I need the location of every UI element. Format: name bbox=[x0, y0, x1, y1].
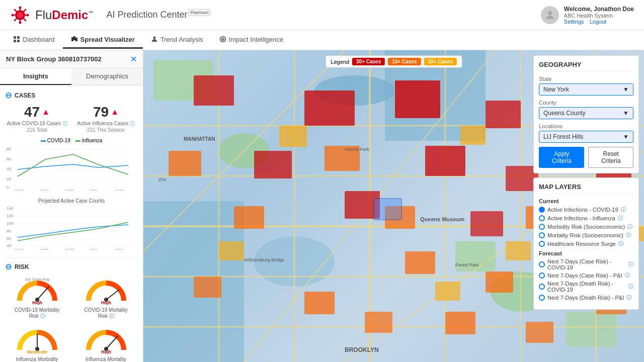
svg-rect-79 bbox=[566, 312, 616, 347]
nav-tab-dashboard[interactable]: Dashboard bbox=[5, 32, 63, 49]
svg-text:Astoria Park: Astoria Park bbox=[345, 147, 370, 152]
app-title: AI Prediction CenterPremium bbox=[106, 10, 210, 20]
map-layers-title: MAP LAYERS bbox=[539, 183, 633, 194]
tab-bar: Insights Demographics bbox=[0, 68, 143, 85]
info-icon-forecast-death-pi: ⓘ bbox=[626, 294, 631, 301]
user-org: ABC Health System bbox=[564, 13, 634, 19]
svg-text:12/11: 12/11 bbox=[115, 248, 124, 250]
panel-header: NY Block Group 360810737002 ✕ bbox=[0, 50, 143, 68]
tab-demographics[interactable]: Demographics bbox=[71, 68, 143, 85]
svg-text:Queens Museum: Queens Museum bbox=[420, 216, 464, 222]
settings-link[interactable]: Settings bbox=[564, 19, 584, 25]
svg-rect-18 bbox=[17, 40, 20, 42]
locations-chevron-icon: ▼ bbox=[623, 133, 629, 140]
gauge-svg-influenza-morbidity: Moderate bbox=[15, 325, 60, 354]
state-label: State bbox=[539, 76, 633, 82]
premium-badge: Premium bbox=[188, 9, 210, 16]
svg-text:80: 80 bbox=[7, 229, 11, 233]
influenza-legend: Influenza bbox=[75, 138, 103, 143]
svg-text:40: 40 bbox=[7, 167, 11, 171]
layer-covid-active[interactable]: Active Infections - COVID-19 ⓘ bbox=[539, 206, 633, 213]
influenza-mortality-label: Influenza MortalityRisk ⓘ bbox=[74, 356, 138, 362]
logout-link[interactable]: Logout bbox=[590, 19, 607, 25]
projected-cases-chart: Projected Active Case Counts 140 120 100… bbox=[5, 198, 138, 251]
layer-forecast-case-pi[interactable]: Next 7-Days (Case Risk) - P&I ⓘ bbox=[539, 272, 633, 279]
influenza-mortality-gauge: High Influenza MortalityRisk ⓘ bbox=[74, 325, 138, 362]
county-chevron-icon: ▼ bbox=[623, 110, 629, 117]
forecast-layers-section: Forecast Next 7-Days (Case Risk) - COVID… bbox=[539, 250, 633, 301]
geography-buttons: Apply Criteria Reset Criteria bbox=[539, 147, 633, 168]
active-cases-chart: COVID-19 Influenza 80 60 40 20 0 bbox=[5, 138, 138, 192]
svg-text:10/16: 10/16 bbox=[14, 189, 24, 191]
svg-rect-115 bbox=[304, 292, 335, 314]
svg-rect-104 bbox=[470, 211, 503, 236]
nav-tab-trend-analysis[interactable]: Trend Analysis bbox=[143, 32, 211, 49]
svg-point-14 bbox=[548, 11, 552, 15]
target-icon bbox=[219, 36, 226, 43]
state-select[interactable]: New York ▼ bbox=[539, 83, 633, 96]
svg-point-25 bbox=[222, 39, 223, 40]
divider bbox=[5, 257, 138, 258]
flu-logo-icon bbox=[10, 5, 30, 25]
svg-text:10/30: 10/30 bbox=[64, 189, 74, 191]
logo-text: FluDemic™ bbox=[35, 8, 93, 22]
svg-rect-124 bbox=[435, 282, 460, 301]
covid-morbidity-label: COVID-19 MorbidityRisk ⓘ bbox=[5, 307, 69, 320]
chart-legend: COVID-19 Influenza bbox=[5, 138, 138, 143]
tab-insights[interactable]: Insights bbox=[0, 68, 71, 85]
radio-influenza-active bbox=[539, 215, 545, 221]
svg-rect-94 bbox=[194, 75, 234, 106]
line-chart-2: 140 120 100 80 60 40 11/13 bbox=[5, 205, 133, 250]
svg-rect-107 bbox=[234, 206, 264, 229]
influenza-morbidity-gauge: Moderate Influenza MorbidityRisk ⓘ bbox=[5, 325, 69, 362]
info-icon-covid-active: ⓘ bbox=[621, 206, 626, 213]
map-area[interactable]: MANHATTAN BROOKLYN Queens Museum Astoria… bbox=[143, 50, 644, 362]
reset-criteria-button[interactable]: Reset Criteria bbox=[588, 147, 633, 168]
svg-text:140: 140 bbox=[7, 206, 14, 211]
svg-text:11/6: 11/6 bbox=[90, 189, 97, 191]
county-select[interactable]: Queens County ▼ bbox=[539, 107, 633, 119]
header: FluDemic™ AI Prediction CenterPremium We… bbox=[0, 0, 644, 30]
svg-text:60: 60 bbox=[7, 157, 11, 161]
svg-rect-118 bbox=[526, 322, 553, 343]
svg-text:11/27: 11/27 bbox=[64, 248, 74, 250]
legend-badge-30: 30+ Cases bbox=[352, 58, 385, 65]
svg-line-6 bbox=[15, 10, 17, 12]
svg-rect-17 bbox=[14, 40, 16, 42]
logo-area: FluDemic™ AI Prediction CenterPremium bbox=[10, 5, 210, 25]
info-icon-morbidity-risk: ⓘ bbox=[627, 223, 632, 230]
layer-forecast-death-pi[interactable]: Next 7-Days (Death Risk) - P&I ⓘ bbox=[539, 294, 633, 301]
covid-mortality-label: COVID-19 MortalityRisk ⓘ bbox=[74, 307, 138, 320]
layer-morbidity-risk[interactable]: Morbidity Risk (Socioeconomic) ⓘ bbox=[539, 223, 633, 230]
radio-forecast-case-covid bbox=[539, 261, 545, 267]
svg-rect-99 bbox=[254, 151, 292, 178]
radio-covid-active bbox=[539, 207, 545, 213]
current-layers-section: Current Active Infections - COVID-19 ⓘ A… bbox=[539, 198, 633, 247]
nav-tab-impact-intelligence[interactable]: Impact Intelligence bbox=[211, 32, 291, 49]
radio-forecast-death-pi bbox=[539, 295, 545, 301]
locations-select[interactable]: LIJ Forest Hills ▼ bbox=[539, 131, 633, 143]
covid-mortality-gauge: High COVID-19 MortalityRisk ⓘ bbox=[74, 276, 138, 320]
current-layers-title: Current bbox=[539, 198, 633, 204]
nav-tab-spread-visualizer[interactable]: Spread Visualizer bbox=[63, 32, 143, 49]
layer-forecast-case-covid[interactable]: Next 7-Days (Case Risk) - COVID-19 ⓘ bbox=[539, 258, 633, 270]
stats-row: 47 ▲ Active COVID-19 Cases ⓘ 216 Total 7… bbox=[5, 104, 138, 133]
layer-influenza-active[interactable]: Active Infections - Influenza ⓘ bbox=[539, 215, 633, 222]
svg-text:100: 100 bbox=[7, 221, 14, 226]
layer-forecast-death-covid[interactable]: Next 7-Days (Death Risk) - COVID-19 ⓘ bbox=[539, 281, 633, 293]
layer-mortality-risk[interactable]: Mortality Risk (Socioeconomic) ⓘ bbox=[539, 232, 633, 239]
close-button[interactable]: ✕ bbox=[130, 54, 137, 64]
county-label: County bbox=[539, 100, 633, 106]
svg-rect-114 bbox=[194, 277, 221, 298]
influenza-count: 79 ▲ bbox=[74, 104, 138, 120]
layer-healthcare-surge[interactable]: Healthcare Resource Surge ⓘ bbox=[539, 240, 633, 247]
svg-rect-21 bbox=[75, 38, 77, 41]
svg-text:Forest Park: Forest Park bbox=[455, 262, 479, 267]
main-layout: NY Block Group 360810737002 ✕ Insights D… bbox=[0, 50, 644, 362]
svg-text:80: 80 bbox=[7, 147, 11, 151]
gauge-svg-covid-morbidity: Zip Code Avg High bbox=[15, 276, 60, 305]
apply-criteria-button[interactable]: Apply Criteria bbox=[539, 147, 584, 168]
state-form-row: State New York ▼ bbox=[539, 76, 633, 96]
info-icon-forecast-death-covid: ⓘ bbox=[628, 283, 633, 290]
svg-rect-100 bbox=[425, 146, 465, 176]
